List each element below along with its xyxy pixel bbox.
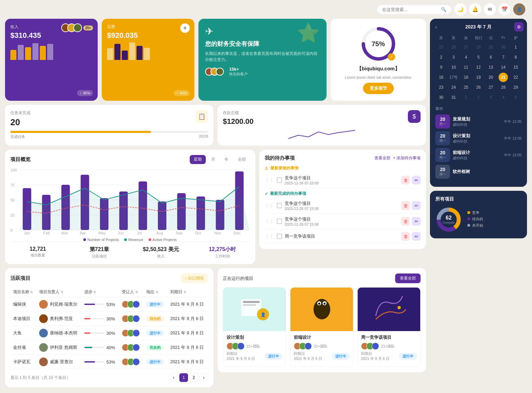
cal-day-29[interactable]: 29 [511,83,520,92]
delete-todo-3-button[interactable]: 🗑 [401,217,410,226]
cal-day-31[interactable]: 31 [449,93,458,102]
cal-day-12[interactable]: 12 [474,63,483,72]
status-4: 完全的 [144,340,168,355]
edit-todo-4-button[interactable]: ✏ [412,232,421,241]
project-info-2: 前端设计 21+团队 [290,331,353,367]
cal-day-7[interactable]: 7 [499,53,508,62]
cal-day-27[interactable]: 27 [486,83,496,92]
view-all-todo-button[interactable]: 查看全部 [374,155,390,161]
cal-day-17[interactable]: 17号 [449,73,458,82]
calendar-prev-button[interactable]: ‹ [435,24,437,30]
dark-mode-button[interactable]: 🌙 [454,3,466,15]
drag-handle-2[interactable]: ⋮⋮ [265,203,274,208]
page-1-button[interactable]: 1 [179,373,188,382]
cal-day-21-today[interactable]: 21 [499,73,508,82]
sort-icon-progress[interactable]: ⇅ [93,290,96,294]
cal-day-16[interactable]: 16 [437,73,446,82]
cal-day-nm-3[interactable]: 3 [486,93,496,102]
add-todo-button[interactable]: + 添加待办事项 [393,155,421,161]
drag-handle-4[interactable]: ⋮⋮ [265,234,274,239]
cal-day-1[interactable]: 1 [511,43,520,52]
cal-day-25[interactable]: 25 [461,83,471,92]
manager-1: 利亚姆·瑞查尔 [36,297,82,312]
cal-day-20[interactable]: 20 [486,73,496,82]
cal-day-9[interactable]: 9 [437,63,446,72]
page-next-button[interactable]: › [199,373,208,382]
mail-button[interactable]: ✉ [484,3,496,15]
page-prev-button[interactable]: ‹ [169,373,178,382]
sort-icon-name[interactable]: ⇅ [30,290,33,294]
cal-day-6[interactable]: 6 [486,53,496,62]
sort-icon-status[interactable]: ⇅ [156,290,158,294]
cal-day-18[interactable]: 18 [461,73,471,82]
project-info-1: 设计策划 21+团队 [223,331,286,367]
todo-item-2: ⋮⋮ 竞争这个项目 2023-12-26 07:15:00 🗑 ✏ [265,198,421,214]
edit-todo-3-button[interactable]: ✏ [412,217,421,226]
cal-day-15[interactable]: 15 [511,63,520,72]
cal-day-4[interactable]: 4 [461,53,471,62]
drag-handle-1[interactable]: ⋮⋮ [265,177,274,183]
cal-day-10[interactable]: 10 [449,63,458,72]
todo-checkbox-4[interactable] [277,234,282,239]
cal-day-pm-26[interactable]: 26 [449,43,458,52]
event-2-name: 设计策划 [453,133,501,139]
cal-day-19[interactable]: 19 [474,73,483,82]
stat-active: 第721章 活跃项目 [72,246,127,259]
tab-week[interactable]: 星期 [190,155,206,164]
cal-day-30[interactable]: 30 [437,93,446,102]
page-2-button[interactable]: 2 [189,373,198,382]
calendar-settings-icon[interactable]: ⚙ [514,22,524,31]
notification-button[interactable]: 🔔 [469,3,481,15]
col-status: 地位 ⇅ [144,287,168,297]
edit-todo-1-button[interactable]: ✏ [412,176,421,184]
cal-day-pm-29[interactable]: 29 [486,43,496,52]
drag-handle-3[interactable]: ⋮⋮ [265,219,274,224]
search-box[interactable]: 🔍 [377,5,451,14]
user-avatar[interactable]: 👤 [513,3,525,15]
sort-icon-manager[interactable]: ⇅ [61,290,63,294]
export-report-button[interactable]: ↑ 出口报告 [181,273,208,283]
cal-day-pm-28[interactable]: 28 [474,43,483,52]
cal-day-8[interactable]: 8 [511,53,520,62]
delete-todo-1-button[interactable]: 🗑 [401,176,410,184]
more-details-button[interactable]: 更多细节 [363,83,394,94]
tab-year[interactable]: 年 [220,155,233,164]
cal-day-24[interactable]: 24 [449,83,458,92]
delete-todo-4-button[interactable]: 🗑 [401,232,410,241]
delete-todo-2-button[interactable]: 🗑 [401,201,410,210]
bar-3 [25,47,31,60]
cal-day-nm-4[interactable]: 4 [499,93,508,102]
view-all-running-button[interactable]: 查看全部 [395,273,421,283]
tab-all[interactable]: 全部 [234,155,250,164]
sort-icon-assignees[interactable]: ⇅ [135,290,138,294]
sort-icon-due[interactable]: ⇅ [183,290,186,294]
cal-day-nm-1[interactable]: 1 [461,93,471,102]
calendar-button[interactable]: 📅 [499,3,511,15]
event-3-name: 前端设计 [453,150,501,156]
table-row: 卡萨诺瓦 威廉·里查尔 53% 进行中 2021 年 9 月 6 日 [10,355,208,369]
cal-day-2[interactable]: 2 [437,53,446,62]
cal-day-nm-2[interactable]: 2 [474,93,483,102]
todo-checkbox-2[interactable] [277,203,282,208]
cal-day-28[interactable]: 28 [499,83,508,92]
cal-day-14[interactable]: 14 [499,63,508,72]
cal-day-5[interactable]: 5 [474,53,483,62]
todo-item-4-actions: 🗑 ✏ [401,232,421,241]
tab-month[interactable]: 月 [207,155,219,164]
cal-day-13[interactable]: 13 [486,63,496,72]
todo-checkbox-3[interactable] [277,219,282,224]
cal-day-22[interactable]: 22 [511,73,520,82]
todo-checkbox-1[interactable] [277,177,282,183]
overview-card: 项目概览 星期 月 年 全部 100 [5,150,255,264]
arrow-up-icon: ↑ [80,91,82,95]
edit-todo-2-button[interactable]: ✏ [412,201,421,210]
cal-day-nm-5[interactable]: 5 [511,93,520,102]
cal-day-3[interactable]: 3 [449,53,458,62]
cal-day-26[interactable]: 26 [474,83,483,92]
search-input[interactable] [382,7,438,12]
cal-day-pm-27[interactable]: 27 [461,43,471,52]
cal-day-pm-30[interactable]: 30 [499,43,508,52]
cal-day-11[interactable]: 11 [461,63,471,72]
cal-day-23[interactable]: 23 [437,83,446,92]
cal-day-pm-25[interactable]: 25 [437,43,446,52]
